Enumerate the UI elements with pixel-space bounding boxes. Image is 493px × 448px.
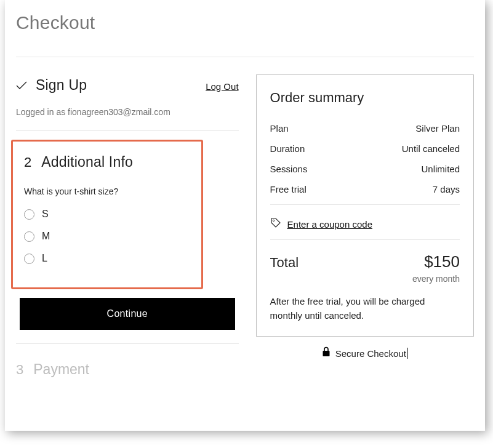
- total-amount: $150: [424, 252, 460, 271]
- radio-option-m[interactable]: M: [24, 227, 190, 246]
- step-payment-title: Payment: [33, 361, 89, 378]
- divider: [16, 343, 239, 344]
- trial-note: After the free trial, you will be charge…: [270, 295, 460, 322]
- summary-value: 7 days: [433, 184, 460, 194]
- summary-row-duration: Duration Until canceled: [270, 143, 460, 154]
- summary-value: Until canceled: [402, 143, 460, 154]
- summary-label: Free trial: [270, 184, 307, 194]
- tshirt-question: What is your t-shirt size?: [24, 186, 190, 196]
- checkout-steps: Sign Up Log Out Logged in as fionagreen3…: [16, 74, 239, 382]
- divider: [16, 57, 474, 57]
- svg-rect-1: [323, 351, 329, 356]
- total-row: Total $150: [270, 252, 460, 271]
- order-summary-title: Order summary: [270, 90, 460, 106]
- step-additional-info: 2 Additional Info What is your t-shirt s…: [11, 140, 203, 289]
- check-icon: [16, 81, 27, 92]
- radio-icon: [24, 254, 34, 264]
- step-number: 2: [24, 154, 31, 170]
- lock-icon: [322, 346, 331, 359]
- radio-label: S: [42, 209, 49, 220]
- radio-option-l[interactable]: L: [24, 249, 190, 268]
- svg-point-0: [273, 220, 274, 221]
- continue-button[interactable]: Continue: [20, 298, 235, 330]
- summary-row-plan: Plan Silver Plan: [270, 123, 460, 134]
- secure-text: Secure Checkout: [335, 348, 408, 359]
- summary-row-freetrial: Free trial 7 days: [270, 184, 460, 194]
- step-additional-info-title: Additional Info: [41, 154, 133, 170]
- coupon-link[interactable]: Enter a coupon code: [287, 219, 372, 230]
- step-signup-header: Sign Up Log Out: [16, 77, 239, 94]
- total-period: every month: [270, 274, 460, 284]
- summary-label: Plan: [270, 123, 289, 134]
- divider: [16, 130, 239, 131]
- radio-option-s[interactable]: S: [24, 205, 190, 223]
- step-signup-title: Sign Up: [36, 77, 87, 94]
- coupon-row[interactable]: Enter a coupon code: [270, 217, 460, 231]
- tag-icon: [270, 217, 281, 231]
- step-number: 3: [16, 362, 23, 378]
- secure-checkout: Secure Checkout: [256, 346, 474, 359]
- radio-label: L: [42, 253, 47, 264]
- summary-label: Duration: [270, 143, 305, 154]
- summary-row-sessions: Sessions Unlimited: [270, 164, 460, 174]
- radio-icon: [24, 231, 34, 242]
- radio-icon: [24, 209, 34, 220]
- summary-label: Sessions: [270, 164, 308, 174]
- logged-in-text: Logged in as fionagreen303@zmail.com: [16, 107, 239, 117]
- divider: [270, 239, 460, 240]
- summary-value: Silver Plan: [415, 123, 460, 134]
- divider: [270, 204, 460, 205]
- total-label: Total: [270, 255, 299, 271]
- order-summary: Order summary Plan Silver Plan Duration …: [256, 74, 474, 337]
- page-title: Checkout: [16, 12, 474, 33]
- logout-link[interactable]: Log Out: [206, 81, 238, 92]
- summary-value: Unlimited: [421, 164, 460, 174]
- step-payment-header: 3 Payment: [16, 361, 239, 378]
- radio-label: M: [42, 231, 50, 242]
